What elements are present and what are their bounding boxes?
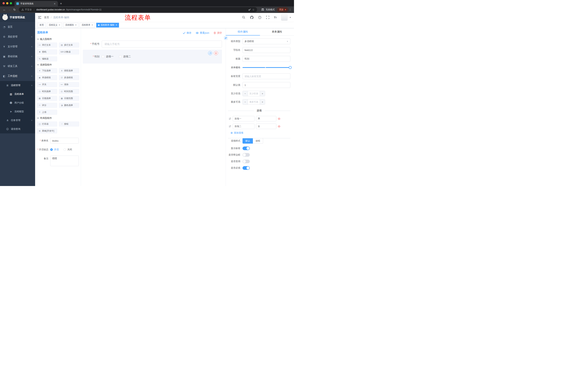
- tag-close-icon[interactable]: ✕: [59, 24, 60, 26]
- g ender-option2-checkbox[interactable]: 选项二: [119, 55, 131, 58]
- browser-menu-button[interactable]: ⋮: [288, 8, 292, 11]
- palette-item-counter[interactable]: 计数器: [59, 50, 79, 54]
- tab-form-props[interactable]: 表单属性: [260, 28, 294, 35]
- copy-component-button[interactable]: [208, 51, 212, 55]
- breadcrumb-home[interactable]: 首页: [44, 16, 49, 19]
- palette-item-select[interactable]: 下拉选择: [37, 68, 57, 73]
- tag-process-form-edit[interactable]: 流程表单-编辑 ✕: [96, 23, 119, 28]
- forward-button[interactable]: →: [7, 7, 12, 12]
- palette-item-cascader[interactable]: 级联选择: [59, 68, 79, 73]
- password-key-icon[interactable]: [248, 8, 251, 11]
- remove-option-icon[interactable]: ⊖: [278, 117, 280, 120]
- palette-item-row-container[interactable]: 行容器: [37, 122, 57, 127]
- palette-item-upload[interactable]: 上传: [37, 110, 57, 115]
- zoom-window-button[interactable]: [10, 2, 12, 4]
- label-width-input[interactable]: [242, 73, 290, 79]
- hamburger-icon[interactable]: [38, 16, 41, 19]
- component-type-select[interactable]: 多选框组 ▼: [242, 38, 290, 44]
- disabled-toggle[interactable]: [242, 159, 250, 163]
- option-style-button-button[interactable]: 按钮: [253, 138, 263, 144]
- stepper-minus-button[interactable]: −: [243, 99, 248, 105]
- sidebar-item-user-group[interactable]: 用户分组: [0, 98, 35, 107]
- browser-tab[interactable]: 芋道管理系统 ✕: [15, 1, 58, 6]
- stepper-plus-button[interactable]: +: [260, 99, 265, 105]
- close-window-button[interactable]: [2, 2, 5, 4]
- option-name-input[interactable]: [233, 116, 254, 121]
- sidebar-item-task-management[interactable]: 任务管理: [0, 116, 35, 125]
- palette-item-password[interactable]: 密码: [37, 50, 57, 54]
- form-remark-textarea[interactable]: 嘿嘿: [50, 156, 79, 166]
- doc-link-icon[interactable]: [224, 36, 228, 40]
- palette-item-button[interactable]: 按钮: [59, 122, 79, 127]
- remove-option-icon[interactable]: ⊖: [278, 125, 280, 128]
- status-on-radio[interactable]: 开启: [50, 147, 59, 152]
- palette-item-time-range[interactable]: 时间范围: [59, 89, 79, 94]
- github-icon[interactable]: [250, 16, 254, 19]
- palette-item-color-picker[interactable]: 颜色选择: [59, 103, 79, 108]
- palette-item-text-input[interactable]: 单行文本: [37, 43, 57, 47]
- min-select-value[interactable]: 至少应选: [248, 91, 260, 96]
- drag-handle-icon[interactable]: [229, 117, 231, 120]
- option-style-default-button[interactable]: 默认: [242, 138, 253, 144]
- form-name-input[interactable]: [50, 138, 79, 144]
- stepper-plus-button[interactable]: +: [260, 91, 265, 96]
- tab-component-props[interactable]: 组件属性: [226, 28, 260, 35]
- palette-item-textarea[interactable]: 多行文本: [59, 43, 79, 47]
- phone-input[interactable]: [102, 41, 222, 47]
- option-value-input[interactable]: [256, 116, 276, 121]
- sidebar-item-home[interactable]: 首页: [0, 22, 35, 32]
- tag-close-icon[interactable]: ✕: [116, 24, 117, 26]
- tag-close-icon[interactable]: ✕: [75, 24, 77, 26]
- default-value-input[interactable]: [242, 82, 290, 88]
- font-size-icon[interactable]: TT: [274, 16, 277, 19]
- tag-process-form[interactable]: 流程表单 ✕: [80, 23, 95, 28]
- delete-component-button[interactable]: [214, 51, 218, 55]
- sidebar-item-workflow[interactable]: 工作流程: [0, 71, 35, 81]
- browser-update-button[interactable]: 更新: [277, 7, 288, 12]
- palette-item-radio-group[interactable]: 单选框组: [37, 75, 57, 80]
- add-option-link[interactable]: ⊕ 添加选项: [231, 131, 290, 135]
- tag-home[interactable]: 首页: [38, 23, 46, 28]
- required-toggle[interactable]: [242, 166, 250, 170]
- tag-close-icon[interactable]: ✕: [91, 24, 93, 26]
- help-icon[interactable]: ?: [258, 16, 262, 19]
- palette-item-editor[interactable]: 编辑器: [37, 56, 57, 61]
- sidebar-item-process-model[interactable]: 流程模型: [0, 107, 35, 116]
- sidebar-item-leave-query[interactable]: 请假查询: [0, 125, 35, 133]
- view-json-button[interactable]: 查看json: [196, 31, 209, 35]
- max-select-value[interactable]: 最多可选: [248, 99, 260, 105]
- bookmark-star-icon[interactable]: ☆: [252, 8, 254, 11]
- minimize-window-button[interactable]: [6, 2, 8, 4]
- option-value-input[interactable]: [256, 124, 276, 129]
- search-icon[interactable]: [242, 16, 246, 19]
- reload-button[interactable]: ↻: [12, 7, 17, 12]
- palette-item-table[interactable]: 表格[开发中]: [37, 128, 57, 133]
- palette-item-slider[interactable]: 滑块: [59, 82, 79, 87]
- palette-item-time-picker[interactable]: 时间选择: [37, 89, 57, 94]
- save-button[interactable]: 保存: [183, 31, 191, 35]
- stepper-minus-button[interactable]: −: [243, 91, 248, 96]
- option-name-input[interactable]: [233, 124, 254, 129]
- show-label-toggle[interactable]: [242, 147, 250, 150]
- fullscreen-icon[interactable]: [266, 16, 270, 19]
- sidebar-item-infrastructure[interactable]: 基础设施: [0, 52, 35, 61]
- grid-slider[interactable]: [242, 65, 290, 70]
- palette-item-checkbox-group[interactable]: 多选框组: [59, 75, 79, 80]
- selected-component-gender[interactable]: 性别 选项一 选项二: [83, 50, 222, 64]
- palette-item-date-range[interactable]: 日期范围: [59, 96, 79, 101]
- address-bar[interactable]: 不安全 | dashboard.yudao.iocoder.cn/bpm/man…: [19, 7, 257, 12]
- tab-close-icon[interactable]: ✕: [53, 2, 56, 5]
- tag-process-model[interactable]: 流程模型 ✕: [63, 23, 78, 28]
- status-off-radio[interactable]: 关闭: [63, 147, 72, 152]
- sidebar-item-devtools[interactable]: 研发工具: [0, 61, 35, 71]
- palette-item-rate[interactable]: 评分: [37, 103, 57, 108]
- palette-item-switch[interactable]: 开关: [37, 82, 57, 87]
- palette-item-date-picker[interactable]: 日期选择: [37, 96, 57, 101]
- drag-handle-icon[interactable]: [229, 125, 231, 128]
- sidebar-logo[interactable]: 芋道管理系统: [0, 13, 35, 22]
- with-border-toggle[interactable]: [242, 153, 250, 157]
- sidebar-item-process-form[interactable]: 流程表单: [0, 90, 35, 98]
- gender-option1-checkbox[interactable]: 选项一: [102, 55, 114, 58]
- slider-handle[interactable]: [289, 66, 292, 69]
- clear-button[interactable]: 清空: [214, 31, 222, 35]
